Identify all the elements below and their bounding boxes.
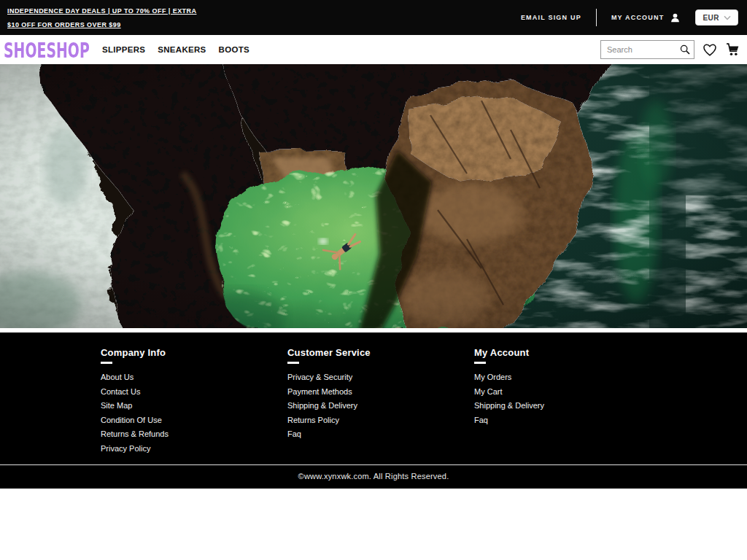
footer-link-shipping-delivery[interactable]: Shipping & Delivery — [287, 402, 474, 410]
my-account-link[interactable]: MY ACCOUNT — [611, 12, 681, 23]
footer-link-returns-policy[interactable]: Returns Policy — [287, 416, 474, 424]
footer-column-title: Customer Service — [287, 347, 474, 364]
footer-link-about-us[interactable]: About Us — [101, 373, 287, 381]
email-signup-label: EMAIL SIGN UP — [521, 14, 581, 21]
footer-link-faq[interactable]: Faq — [474, 416, 661, 424]
footer-link-site-map[interactable]: Site Map — [101, 402, 287, 410]
promo-link-10-off[interactable]: $10 OFF FOR ORDERS OVER $99 — [7, 21, 196, 28]
topbar-divider — [596, 9, 597, 26]
currency-label: EUR — [703, 14, 719, 22]
footer-link-shipping-delivery[interactable]: Shipping & Delivery — [474, 402, 661, 410]
my-account-label: MY ACCOUNT — [611, 14, 665, 21]
nav-item-boots[interactable]: BOOTS — [219, 45, 249, 54]
main-nav: SLIPPERS SNEAKERS BOOTS — [102, 45, 249, 54]
search-input[interactable] — [601, 45, 676, 54]
footer-link-privacy-policy[interactable]: Privacy Policy — [101, 445, 287, 453]
footer-column-title: My Account — [474, 347, 661, 364]
footer-link-payment-methods[interactable]: Payment Methods — [287, 388, 474, 396]
footer-link-returns-refunds[interactable]: Returns & Refunds — [101, 430, 287, 438]
footer-column-my-account: My Account My Orders My Cart Shipping & … — [474, 347, 661, 459]
footer-column-customer-service: Customer Service Privacy & Security Paym… — [287, 347, 474, 459]
cart-icon — [725, 42, 740, 57]
footer-link-list: About Us Contact Us Site Map Condition O… — [101, 373, 287, 452]
main-header: SHOESHOP SLIPPERS SNEAKERS BOOTS — [0, 35, 747, 64]
nav-item-slippers[interactable]: SLIPPERS — [102, 45, 145, 54]
footer-link-my-cart[interactable]: My Cart — [474, 388, 661, 396]
search-button[interactable] — [676, 41, 694, 58]
shop-logo[interactable]: SHOESHOP — [4, 40, 93, 60]
top-bar: INDEPENDENCE DAY DEALS | UP TO 70% OFF |… — [0, 0, 747, 35]
footer-link-list: My Orders My Cart Shipping & Delivery Fa… — [474, 373, 661, 424]
shop-logo-text: SHOESHOP — [4, 39, 90, 61]
chevron-down-icon — [724, 15, 731, 20]
footer-link-contact-us[interactable]: Contact Us — [101, 388, 287, 396]
person-icon — [670, 12, 681, 23]
footer-columns: Company Info About Us Contact Us Site Ma… — [0, 332, 747, 459]
footer-link-condition-of-use[interactable]: Condition Of Use — [101, 416, 287, 424]
copyright-text: ©www.xynxwk.com. All Rights Reserved. — [0, 465, 747, 489]
nav-item-sneakers[interactable]: SNEAKERS — [158, 45, 206, 54]
hero-illustration — [0, 64, 747, 328]
currency-selector[interactable]: EUR — [695, 9, 738, 26]
footer-link-my-orders[interactable]: My Orders — [474, 373, 661, 381]
promo-links: INDEPENDENCE DAY DEALS | UP TO 70% OFF |… — [7, 7, 196, 28]
footer-column-company-info: Company Info About Us Contact Us Site Ma… — [101, 347, 287, 459]
search-box — [600, 40, 694, 59]
search-icon — [679, 44, 691, 55]
promo-link-deals[interactable]: INDEPENDENCE DAY DEALS | UP TO 70% OFF |… — [7, 7, 196, 15]
footer-link-faq[interactable]: Faq — [287, 430, 474, 438]
header-right — [600, 40, 740, 59]
hero-image — [0, 64, 747, 328]
footer-link-list: Privacy & Security Payment Methods Shipp… — [287, 373, 474, 438]
heart-icon — [702, 42, 718, 57]
footer: Company Info About Us Contact Us Site Ma… — [0, 332, 747, 489]
top-bar-right: EMAIL SIGN UP MY ACCOUNT EUR — [521, 9, 738, 26]
footer-column-title: Company Info — [101, 347, 287, 364]
wishlist-button[interactable] — [702, 42, 718, 57]
email-signup-link[interactable]: EMAIL SIGN UP — [521, 14, 581, 21]
cart-button[interactable] — [725, 42, 740, 57]
footer-link-privacy-security[interactable]: Privacy & Security — [287, 373, 474, 381]
